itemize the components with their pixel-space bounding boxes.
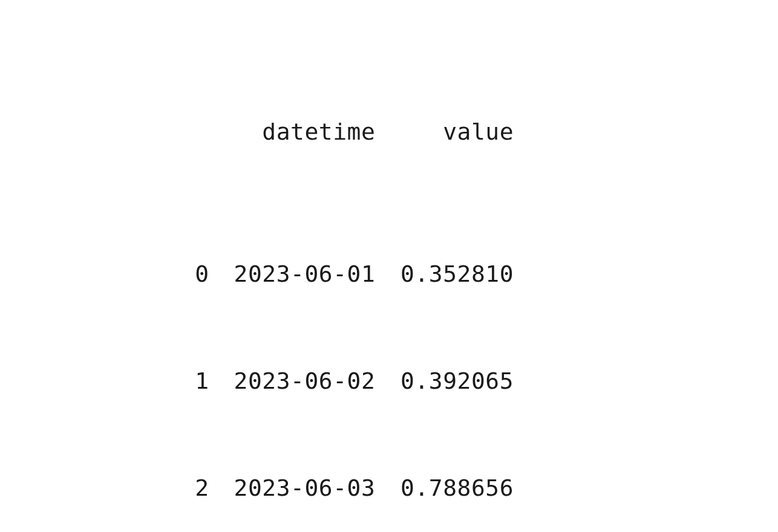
table-row: 12023-06-020.392065 <box>181 363 514 399</box>
row-index: 1 <box>181 363 209 399</box>
row-datetime: 2023-06-03 <box>209 470 376 506</box>
row-datetime: 2023-06-01 <box>209 256 376 292</box>
column-header-datetime: datetime <box>181 114 375 150</box>
table-row: 22023-06-030.788656 <box>181 470 514 506</box>
table-header: datetimevalue <box>181 114 514 150</box>
row-datetime: 2023-06-02 <box>209 363 376 399</box>
column-header-value: value <box>375 114 514 150</box>
row-index: 2 <box>181 470 209 506</box>
row-value: 0.392065 <box>375 363 514 399</box>
row-value: 0.788656 <box>375 470 514 506</box>
row-index: 0 <box>181 256 209 292</box>
dataframe-output: datetimevalue 02023-06-010.352810 12023-… <box>181 7 514 532</box>
table-row: 02023-06-010.352810 <box>181 256 514 292</box>
row-value: 0.352810 <box>375 256 514 292</box>
